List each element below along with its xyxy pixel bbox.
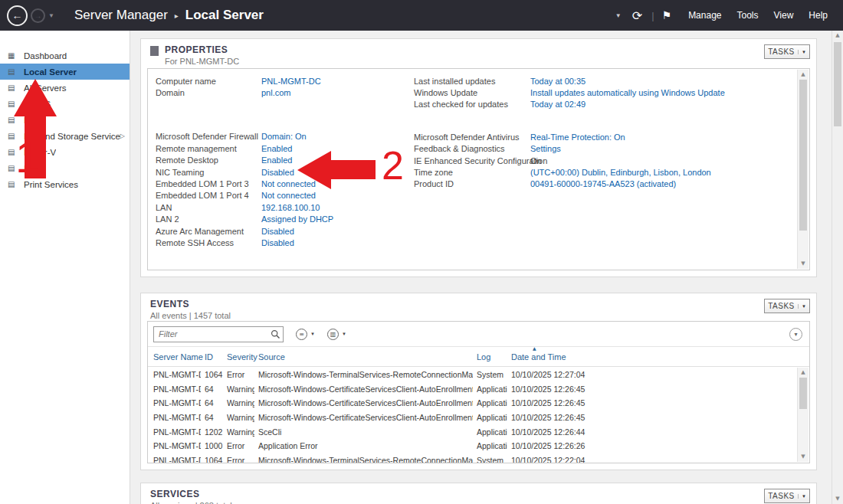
events-tasks-button[interactable]: TASKS ▼ <box>764 299 810 313</box>
chevron-down-icon: ▼ <box>798 304 809 309</box>
menu-tools[interactable]: Tools <box>730 10 766 21</box>
table-row[interactable]: PNL-MGMT-DC1202WarningSceCliApplication1… <box>148 424 796 439</box>
scroll-track[interactable] <box>798 80 809 259</box>
property-value[interactable]: Enabled <box>261 155 292 165</box>
events-tile: EVENTS All events | 1457 total TASKS ▼ ≡… <box>140 293 817 470</box>
events-query-dropdown[interactable]: ≡ ▼ <box>296 326 315 342</box>
property-value[interactable]: Settings <box>530 144 561 153</box>
cell-source: Microsoft-Windows-TerminalServices-Remot… <box>258 456 473 463</box>
table-row[interactable]: PNL-MGMT-DC1064ErrorMicrosoft-Windows-Te… <box>148 368 796 382</box>
table-row[interactable]: PNL-MGMT-DC64WarningMicrosoft-Windows-Ce… <box>148 396 796 411</box>
breadcrumb: Server Manager ▸ Local Server <box>74 8 264 23</box>
services-tasks-button[interactable]: TASKS ▼ <box>764 489 810 503</box>
table-row[interactable]: PNL-MGMT-DC1000ErrorApplication ErrorApp… <box>148 439 796 453</box>
property-value[interactable]: Today at 02:49 <box>530 100 586 109</box>
sidebar-item-file-and-storage-services[interactable]: ▤File and Storage Services▷ <box>0 128 130 144</box>
property-label: Remote Desktop <box>156 155 261 165</box>
column-header-log[interactable]: Log <box>477 352 507 362</box>
chevron-down-icon: ▼ <box>342 332 346 336</box>
cell-log: Application <box>477 398 507 407</box>
cell-source: Microsoft-Windows-CertificateServicesCli… <box>258 413 473 422</box>
events-scrollbar[interactable]: ▲ ▼ <box>797 368 809 462</box>
scroll-up-icon[interactable]: ▲ <box>801 70 805 80</box>
property-value[interactable]: 192.168.100.10 <box>261 203 320 212</box>
sidebar-item-label: Dashboard <box>24 51 67 61</box>
properties-column-right: Last installed updatesToday at 00:35Wind… <box>414 75 789 267</box>
sidebar-item-iis[interactable]: ▤IIS <box>0 160 130 176</box>
property-label: Product ID <box>414 179 530 188</box>
scroll-track[interactable] <box>798 378 809 452</box>
scroll-thumb[interactable] <box>799 80 807 231</box>
property-value[interactable]: Domain: On <box>261 132 307 141</box>
forward-button[interactable]: → <box>31 8 45 23</box>
table-row[interactable]: PNL-MGMT-DC1064ErrorMicrosoft-Windows-Te… <box>148 453 796 463</box>
column-header-server-name[interactable]: Server Name <box>153 352 201 362</box>
chevron-down-icon: ▼ <box>798 494 809 499</box>
property-value[interactable]: pnl.com <box>261 88 291 97</box>
hyper-v-icon: ▤ <box>8 148 20 156</box>
sidebar-item-label: Hyper-V <box>24 148 56 157</box>
table-row[interactable]: PNL-MGMT-DC64WarningMicrosoft-Windows-Ce… <box>148 411 796 425</box>
scroll-thumb[interactable] <box>834 42 841 126</box>
main-scrollbar[interactable]: ▲ ▼ <box>832 31 843 504</box>
collapse-events-button[interactable]: ▾ <box>789 328 802 341</box>
scroll-up-icon[interactable]: ▲ <box>801 368 805 378</box>
property-value[interactable]: Install updates automatically using Wind… <box>530 88 725 97</box>
sidebar-item-print-services[interactable]: ▤Print Services <box>0 176 130 192</box>
properties-tasks-button[interactable]: TASKS ▼ <box>764 44 810 59</box>
property-value[interactable]: Assigned by DHCP <box>261 214 333 224</box>
cell-severity: Error <box>227 370 254 379</box>
property-value[interactable]: Not connected <box>261 191 316 200</box>
scroll-track[interactable] <box>832 41 843 494</box>
property-value[interactable]: PNL-MGMT-DC <box>261 77 321 86</box>
history-dropdown-caret[interactable]: ▼ <box>48 12 54 19</box>
property-value[interactable]: Real-Time Protection: On <box>530 133 625 142</box>
cell-id: 1202 <box>205 427 223 437</box>
property-value[interactable]: Disabled <box>261 168 294 177</box>
back-button[interactable]: ← <box>7 5 28 26</box>
cell-log: Application <box>477 385 507 394</box>
column-header-id[interactable]: ID <box>205 352 223 362</box>
scroll-up-icon[interactable]: ▲ <box>835 31 839 41</box>
sidebar-item-hyper-v[interactable]: ▤Hyper-V <box>0 144 130 160</box>
table-row[interactable]: PNL-MGMT-DC64WarningMicrosoft-Windows-Ce… <box>148 382 796 397</box>
menu-help[interactable]: Help <box>801 10 835 21</box>
clipboard-icon: ▥ <box>327 329 339 340</box>
property-value[interactable]: Disabled <box>261 238 294 247</box>
property-row-microsoft-defender-antivirus: Microsoft Defender AntivirusReal-Time Pr… <box>414 131 789 142</box>
property-value[interactable]: (UTC+00:00) Dublin, Edinburgh, Lisbon, L… <box>530 168 711 177</box>
services-title: SERVICES <box>150 489 232 499</box>
property-label: IE Enhanced Security Configuration <box>414 156 530 165</box>
property-value[interactable]: Not connected <box>261 179 316 188</box>
property-value[interactable]: Today at 00:35 <box>530 77 586 86</box>
breadcrumb-current[interactable]: Local Server <box>185 8 264 23</box>
properties-scrollbar[interactable]: ▲ ▼ <box>797 70 809 269</box>
sidebar: ▦Dashboard▤Local Server▤All Servers▤AD D… <box>0 31 130 504</box>
sidebar-item-dns[interactable]: ▤DNS <box>0 112 130 128</box>
property-row-embedded-lom-1-port-3: Embedded LOM 1 Port 3Not connected <box>156 178 414 189</box>
scroll-thumb[interactable] <box>799 378 807 409</box>
notifications-dropdown-caret[interactable]: ▼ <box>611 12 626 19</box>
sidebar-item-ad-ds[interactable]: ▤AD DS <box>0 96 130 112</box>
property-row-ie-enhanced-security-configuration: IE Enhanced Security ConfigurationOn <box>414 155 789 166</box>
scroll-down-icon[interactable]: ▼ <box>801 452 805 462</box>
servers-icon: ▤ <box>8 83 20 92</box>
breadcrumb-root[interactable]: Server Manager <box>74 8 168 23</box>
events-saved-queries-dropdown[interactable]: ▥ ▼ <box>327 326 346 342</box>
refresh-icon[interactable]: ⟳ <box>626 8 648 23</box>
sidebar-item-all-servers[interactable]: ▤All Servers <box>0 80 130 96</box>
scroll-down-icon[interactable]: ▼ <box>835 494 839 504</box>
sidebar-item-local-server[interactable]: ▤Local Server <box>0 64 130 80</box>
column-header-date-and-time[interactable]: Date and Time▲ <box>511 352 634 362</box>
events-filter-input[interactable] <box>153 326 284 342</box>
scroll-down-icon[interactable]: ▼ <box>801 259 805 269</box>
property-value[interactable]: Disabled <box>261 227 294 236</box>
sidebar-item-dashboard[interactable]: ▦Dashboard <box>0 47 130 64</box>
menu-manage[interactable]: Manage <box>681 10 729 21</box>
property-value[interactable]: 00491-60000-19745-AA523 (activated) <box>530 179 676 188</box>
menu-view[interactable]: View <box>766 10 802 21</box>
property-value[interactable]: Enabled <box>261 144 292 153</box>
notifications-flag-icon[interactable]: ⚑ <box>658 9 681 21</box>
column-header-source[interactable]: Source <box>258 352 473 362</box>
column-header-severity[interactable]: Severity <box>227 352 254 362</box>
